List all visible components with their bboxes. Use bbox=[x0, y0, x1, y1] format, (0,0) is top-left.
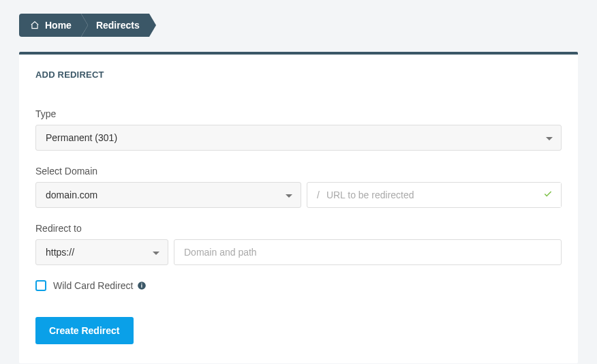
field-type: Type Permanent (301) bbox=[35, 108, 562, 151]
protocol-select-value: https:// bbox=[46, 247, 74, 258]
type-select-value: Permanent (301) bbox=[46, 132, 117, 143]
breadcrumb-home[interactable]: Home bbox=[19, 14, 81, 37]
breadcrumb-redirects-label: Redirects bbox=[96, 20, 140, 31]
url-input-wrap: / bbox=[307, 182, 562, 208]
wildcard-label-wrap: Wild Card Redirect i bbox=[53, 280, 147, 291]
breadcrumb: Home Redirects bbox=[19, 14, 578, 37]
panel-add-redirect: ADD REDIRECT Type Permanent (301) Select… bbox=[19, 52, 578, 363]
url-input[interactable] bbox=[326, 183, 561, 207]
create-redirect-button[interactable]: Create Redirect bbox=[35, 317, 134, 344]
wildcard-row: Wild Card Redirect i bbox=[35, 280, 562, 291]
type-label: Type bbox=[35, 108, 562, 119]
url-slash: / bbox=[307, 189, 326, 200]
wildcard-label: Wild Card Redirect bbox=[53, 280, 133, 291]
breadcrumb-redirects[interactable]: Redirects bbox=[81, 14, 149, 37]
protocol-select[interactable]: https:// bbox=[35, 239, 168, 265]
panel-title: ADD REDIRECT bbox=[35, 70, 562, 80]
breadcrumb-home-label: Home bbox=[45, 20, 72, 31]
caret-down-icon bbox=[286, 189, 292, 200]
domain-select[interactable]: domain.com bbox=[35, 182, 301, 208]
field-redirect-to: Redirect to https:// bbox=[35, 223, 562, 265]
domain-select-value: domain.com bbox=[46, 189, 97, 200]
field-select-domain: Select Domain domain.com / bbox=[35, 166, 562, 208]
redirect-to-label: Redirect to bbox=[35, 223, 562, 234]
path-input[interactable] bbox=[174, 239, 562, 265]
home-icon bbox=[30, 20, 40, 30]
info-icon[interactable]: i bbox=[137, 281, 147, 290]
wildcard-checkbox[interactable] bbox=[35, 280, 46, 291]
domain-label: Select Domain bbox=[35, 166, 562, 177]
check-icon bbox=[543, 189, 553, 201]
caret-down-icon bbox=[153, 247, 159, 258]
caret-down-icon bbox=[546, 132, 553, 143]
type-select[interactable]: Permanent (301) bbox=[35, 125, 562, 151]
svg-text:i: i bbox=[141, 283, 142, 289]
